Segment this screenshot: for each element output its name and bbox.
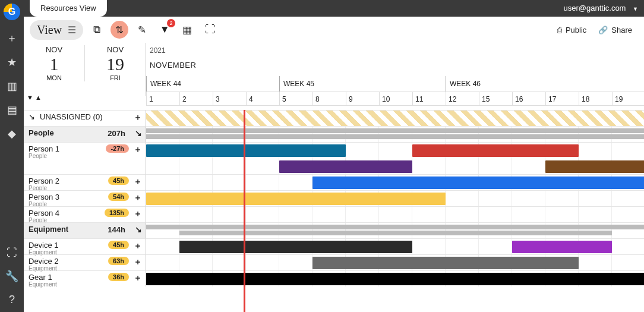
user-email: user@ganttic.com bbox=[563, 4, 626, 12]
week-label: WEEK 46 bbox=[446, 76, 481, 92]
group-hours: 207h bbox=[103, 128, 130, 138]
sort-icon[interactable]: ⇅ bbox=[111, 21, 128, 39]
resource-hours: 36h bbox=[108, 273, 129, 281]
help-icon[interactable]: ? bbox=[9, 294, 15, 306]
date-range[interactable]: NOV 1 MON NOV 19 FRI bbox=[24, 43, 146, 84]
add-icon[interactable]: ＋ bbox=[134, 209, 142, 219]
paint-icon[interactable]: ✎ bbox=[133, 21, 151, 39]
brand-logo-icon[interactable]: G bbox=[4, 4, 20, 20]
day-label[interactable]: 1 bbox=[146, 92, 179, 106]
plus-icon[interactable]: ＋ bbox=[7, 31, 17, 45]
day-label[interactable]: 17 bbox=[545, 92, 579, 106]
top-bar: Resources View user@ganttic.com ▼ bbox=[24, 0, 644, 17]
view-selector[interactable]: View ☰ bbox=[30, 20, 83, 40]
resource-row[interactable]: Gear 1Equipment36h＋ bbox=[24, 270, 146, 286]
resource-row[interactable]: Device 1Equipment45h＋ bbox=[24, 238, 146, 254]
chart-icon[interactable]: ▥ bbox=[7, 80, 17, 93]
public-button[interactable]: ⎙Public bbox=[557, 26, 586, 34]
calendar-icon[interactable]: ▦ bbox=[178, 21, 196, 39]
share-label: Share bbox=[611, 26, 632, 34]
start-month: NOV bbox=[24, 45, 84, 54]
start-day: 1 bbox=[24, 54, 84, 74]
hier-icon[interactable]: ⛶ bbox=[7, 247, 17, 259]
resource-name: Gear 1 bbox=[29, 273, 52, 282]
day-label[interactable]: 3 bbox=[213, 92, 246, 106]
resource-name: Person 3 bbox=[29, 193, 59, 201]
wrench-icon[interactable]: 🔧 bbox=[5, 270, 18, 283]
public-icon: ⎙ bbox=[557, 26, 562, 34]
end-weekday: FRI bbox=[85, 74, 146, 81]
collapse-icon[interactable]: ↘ bbox=[135, 128, 142, 138]
day-label[interactable]: 16 bbox=[512, 92, 545, 106]
share-button[interactable]: 🔗Share bbox=[598, 26, 632, 34]
fullscreen-icon[interactable]: ⛶ bbox=[201, 21, 219, 39]
side-rail: G ＋ ★ ▥ ▤ ◆ ⛶ 🔧 ? bbox=[0, 0, 24, 312]
timeline-header: 2021 NOVEMBER WEEK 44WEEK 45WEEK 46 1234… bbox=[146, 43, 644, 96]
resource-hours: 45h bbox=[108, 241, 129, 249]
view-tab-label: Resources View bbox=[40, 4, 96, 12]
resource-hours: -27h bbox=[106, 144, 129, 153]
day-label[interactable]: 19 bbox=[612, 92, 644, 106]
day-label[interactable]: 11 bbox=[412, 92, 446, 106]
add-icon[interactable]: ＋ bbox=[134, 193, 142, 203]
day-label[interactable]: 9 bbox=[346, 92, 379, 106]
unassigned-label: UNASSIGNED (0) bbox=[40, 112, 102, 121]
add-icon[interactable]: ＋ bbox=[134, 273, 142, 283]
group-hours: 144h bbox=[103, 225, 130, 235]
resource-hours: 63h bbox=[108, 257, 129, 265]
year-label: 2021 bbox=[150, 46, 166, 55]
view-selector-label: View bbox=[37, 23, 62, 37]
day-label[interactable]: 5 bbox=[279, 92, 312, 106]
resource-row[interactable]: Device 2Equipment63h＋ bbox=[24, 254, 146, 270]
add-icon[interactable]: ＋ bbox=[134, 257, 142, 267]
group-row[interactable]: People207h↘ bbox=[24, 126, 146, 142]
collapse-icon[interactable]: ↘ bbox=[135, 225, 142, 234]
user-menu[interactable]: user@ganttic.com ▼ bbox=[563, 0, 638, 17]
day-label[interactable]: 18 bbox=[579, 92, 612, 106]
hierarchy-icon[interactable]: ⧉ bbox=[88, 21, 106, 39]
public-label: Public bbox=[566, 26, 586, 34]
end-month: NOV bbox=[85, 45, 146, 54]
resource-hours: 54h bbox=[108, 193, 129, 201]
collapse-controls[interactable]: ▼ ▲ bbox=[27, 94, 42, 101]
resource-name: Person 2 bbox=[29, 177, 59, 185]
start-weekday: MON bbox=[24, 74, 84, 81]
add-icon[interactable]: ＋ bbox=[134, 112, 142, 123]
toolbar: View ☰ ⧉ ⇅ ✎ ▼2 ▦ ⛶ ⎙Public 🔗Share bbox=[24, 17, 644, 43]
resource-row[interactable]: Person 1People-27h＋ bbox=[24, 142, 146, 174]
resource-name: Person 1 bbox=[29, 144, 59, 153]
resource-row[interactable]: Person 2People45h＋ bbox=[24, 174, 146, 190]
menu-icon: ☰ bbox=[68, 24, 76, 36]
group-name: People bbox=[29, 128, 54, 137]
filter-icon[interactable]: ▼2 bbox=[156, 21, 173, 39]
view-tab[interactable]: Resources View bbox=[30, 0, 107, 17]
link-icon: 🔗 bbox=[598, 26, 608, 34]
group-row[interactable]: Equipment144h↘ bbox=[24, 222, 146, 238]
today-line bbox=[244, 110, 245, 312]
resource-name: Device 2 bbox=[29, 257, 59, 266]
resource-hours: 45h bbox=[108, 177, 129, 185]
unassigned-row[interactable]: ↘UNASSIGNED (0)＋ bbox=[24, 110, 146, 126]
week-label: WEEK 44 bbox=[146, 76, 181, 92]
archive-icon[interactable]: ▤ bbox=[7, 103, 17, 116]
day-label[interactable]: 12 bbox=[446, 92, 479, 106]
day-label[interactable]: 4 bbox=[246, 92, 279, 106]
star-icon[interactable]: ★ bbox=[7, 56, 17, 69]
end-day: 19 bbox=[85, 54, 146, 74]
group-name: Equipment bbox=[29, 225, 68, 234]
resource-row[interactable]: Person 3People54h＋ bbox=[24, 190, 146, 206]
day-label[interactable]: 10 bbox=[379, 92, 412, 106]
add-icon[interactable]: ＋ bbox=[134, 144, 142, 155]
resource-name: Device 1 bbox=[29, 241, 59, 250]
resource-row[interactable]: Person 4People135h＋ bbox=[24, 206, 146, 222]
day-label[interactable]: 15 bbox=[479, 92, 512, 106]
day-label[interactable]: 2 bbox=[179, 92, 213, 106]
chevron-down-icon: ▼ bbox=[633, 6, 638, 12]
resource-hours: 135h bbox=[105, 209, 129, 217]
add-icon[interactable]: ＋ bbox=[134, 177, 142, 187]
day-label[interactable]: 8 bbox=[312, 92, 346, 106]
resource-group: People bbox=[29, 153, 47, 159]
drop-icon[interactable]: ◆ bbox=[8, 127, 16, 140]
resource-name: Person 4 bbox=[29, 209, 59, 218]
add-icon[interactable]: ＋ bbox=[134, 241, 142, 251]
